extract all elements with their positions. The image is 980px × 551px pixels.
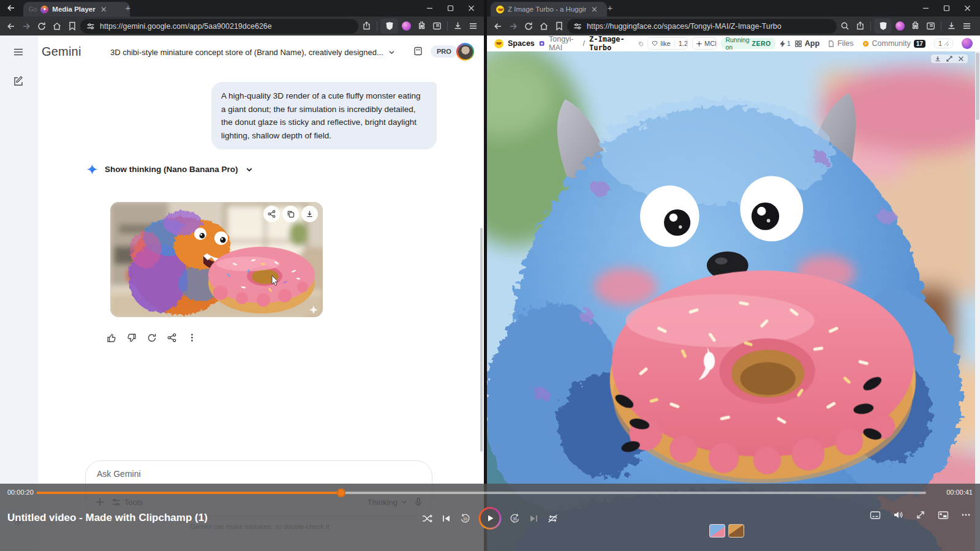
image-hover-actions [110,206,323,222]
mini-expand-icon[interactable] [946,56,952,62]
owner-link[interactable]: Tongyi-MAI [549,36,578,52]
more-options-icon[interactable] [185,331,200,345]
community-icon [862,40,869,47]
thumbs-down-icon[interactable] [124,331,139,345]
tab-media-player[interactable]: Go Media Player ✕ [23,2,130,17]
titlebar-back-icon[interactable] [6,3,16,13]
mcp-badge[interactable]: MCP [692,37,717,50]
reader-mode-icon[interactable] [924,19,938,33]
tab-community[interactable]: Community 17 [862,39,925,48]
page-scrollbar[interactable] [975,51,980,551]
window-counter-chip[interactable]: 1 [934,39,953,48]
share-icon[interactable] [360,19,374,33]
repeat-off-icon[interactable] [548,513,559,524]
share-icon[interactable] [853,19,867,33]
gemini-scrollbar[interactable] [480,228,483,452]
new-tab-button[interactable]: + [123,2,134,13]
back-icon[interactable] [491,19,505,33]
maximize-button[interactable] [936,0,957,16]
volume-icon[interactable] [892,509,903,520]
share-response-icon[interactable] [165,331,179,345]
tab-z-image-turbo[interactable]: Z Image Turbo - a Hugging Face ✕ [491,2,607,17]
running-status-badge[interactable]: Running on ZERO [721,38,775,49]
minimize-button[interactable] [915,0,936,16]
address-bar[interactable]: https://gemini.google.com/app/5aa900219d… [80,19,358,34]
conversation-title-dropdown[interactable]: 3D chibi-style miniature concept store o… [110,48,417,57]
fullscreen-icon[interactable] [915,509,926,520]
maximize-button[interactable] [440,0,461,16]
spaces-link[interactable]: Spaces [508,39,535,48]
back-icon[interactable] [4,19,18,33]
tab-close-icon[interactable]: ✕ [99,6,107,13]
bookmark-icon[interactable] [552,19,566,33]
forward-icon[interactable] [19,19,33,33]
next-track-icon[interactable] [529,513,540,524]
image-copy-icon[interactable] [282,206,299,222]
extensions-puzzle-icon[interactable] [908,19,922,33]
current-time: 00:00:20 [7,489,34,496]
image-share-icon[interactable] [263,206,280,222]
forward-30-icon[interactable]: 30 [510,513,521,524]
image-download-icon[interactable] [301,206,318,222]
browser-menu-icon[interactable] [960,19,974,33]
copy-repo-icon[interactable] [638,40,644,47]
ask-gemini-input[interactable] [96,468,318,479]
browser-menu-icon[interactable] [466,19,480,33]
show-thinking-toggle[interactable]: Show thinking (Nano Banana Pro) [87,164,253,174]
files-label: Files [837,39,853,48]
more-options-icon[interactable] [960,509,971,520]
bookmark-icon[interactable] [65,19,79,33]
scrollbar-thumb[interactable] [976,53,979,120]
menu-hamburger-icon[interactable] [13,47,24,58]
tab-files[interactable]: Files [828,39,853,48]
tab-app[interactable]: App [795,39,820,48]
site-settings-icon[interactable] [573,22,582,31]
new-tab-button[interactable]: + [605,2,616,13]
captions-icon[interactable] [870,509,881,520]
regenerate-icon[interactable] [145,331,159,345]
mini-player-icon[interactable] [938,509,949,520]
reader-mode-icon[interactable] [430,19,444,33]
downloads-icon[interactable] [944,19,959,33]
shuffle-icon[interactable] [422,513,433,524]
user-avatar[interactable] [962,38,973,49]
home-icon[interactable] [50,19,64,33]
mini-download-icon[interactable] [935,56,941,62]
forward-icon[interactable] [506,19,520,33]
brave-shield-icon[interactable] [380,18,398,34]
huggingface-logo-icon[interactable] [494,39,503,48]
account-avatar[interactable] [456,43,474,61]
seek-handle[interactable] [337,489,345,497]
mini-close-icon[interactable] [958,56,964,62]
downloads-icon[interactable] [451,19,465,33]
reload-icon[interactable] [521,19,535,33]
previous-track-icon[interactable] [441,513,452,524]
extensions-puzzle-icon[interactable] [415,19,429,33]
brave-shield-icon[interactable] [874,18,892,34]
assistant-extension-icon[interactable] [399,19,413,33]
play-button[interactable] [479,507,502,530]
site-settings-icon[interactable] [86,22,95,31]
archive-icon[interactable] [413,46,423,56]
gallery-thumbnail[interactable] [728,524,744,538]
like-button[interactable]: like 1.23k [647,37,688,50]
boost-indicator[interactable]: 1 [780,40,791,47]
url-text: https://gemini.google.com/app/5aa900219d… [100,22,272,31]
minimize-button[interactable] [419,0,440,16]
search-icon[interactable] [838,19,852,33]
gallery-thumbnail[interactable] [709,524,725,538]
reload-icon[interactable] [34,19,48,33]
home-icon[interactable] [537,19,551,33]
rewind-10-icon[interactable]: 10 [460,513,471,524]
thumbs-up-icon[interactable] [104,331,119,345]
z-image-output[interactable] [487,51,975,551]
seek-bar[interactable] [37,492,926,494]
repo-name-link[interactable]: Z-Image-Turbo [589,36,634,52]
tab-close-icon[interactable]: ✕ [590,6,598,13]
new-chat-icon[interactable] [13,76,24,87]
assistant-extension-icon[interactable] [893,19,907,33]
gemini-logo: Gemini [42,45,81,59]
address-bar[interactable]: https://huggingface.co/spaces/Tongyi-MAI… [567,19,837,34]
close-button[interactable] [957,0,978,16]
close-button[interactable] [461,0,481,16]
